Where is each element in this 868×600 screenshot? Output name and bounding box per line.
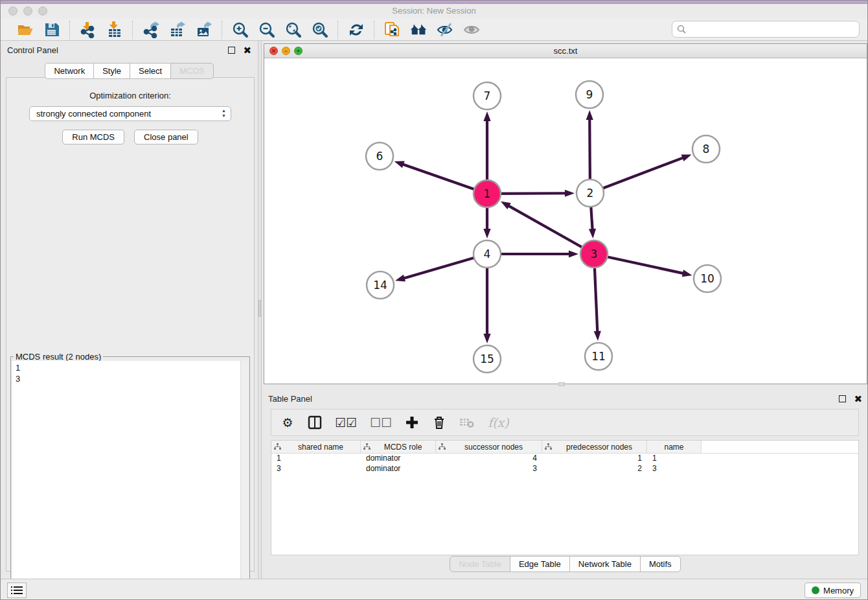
search-field[interactable]: [672, 21, 860, 38]
graph-node-label-4: 4: [484, 248, 491, 260]
float-table-panel-icon[interactable]: [839, 395, 846, 402]
column-header-mcds-role[interactable]: MCDS role: [361, 441, 436, 453]
cell-successor-nodes[interactable]: 3: [436, 464, 542, 474]
arrowhead-2-9: [586, 110, 593, 120]
import-network-icon[interactable]: [79, 21, 97, 38]
tab-motifs[interactable]: Motifs: [640, 556, 681, 572]
edge-2-8[interactable]: [590, 157, 683, 193]
network-view-window: ✕ − + scc.txt 7968124314101511: [264, 43, 867, 384]
gear-icon[interactable]: ⚙: [280, 415, 295, 430]
mcds-result-text[interactable]: 1 3: [12, 361, 240, 600]
table-panel-title: Table Panel: [268, 394, 312, 404]
tab-network-table[interactable]: Network Table: [569, 556, 641, 572]
column-header-name[interactable]: name: [647, 441, 702, 453]
network-graph[interactable]: 7968124314101511: [264, 58, 867, 384]
zoom-selected-icon[interactable]: [311, 21, 328, 38]
zoom-fit-icon[interactable]: [284, 21, 302, 38]
cell-shared-name[interactable]: 1: [271, 454, 361, 464]
cell-shared-name[interactable]: 3: [271, 464, 361, 474]
function-builder-icon: f(x): [488, 415, 509, 430]
result-scrollbar[interactable]: [240, 361, 248, 600]
close-panel-button[interactable]: Close panel: [134, 130, 198, 144]
column-header-successor-nodes[interactable]: successor nodes: [436, 441, 542, 453]
node-table-header: shared nameMCDS rolesuccessor nodesprede…: [271, 441, 858, 454]
window-titlebar: Session: New Session: [1, 4, 867, 19]
tab-edge-table[interactable]: Edge Table: [510, 556, 570, 572]
deselect-all-icon[interactable]: ☐☐: [370, 415, 392, 430]
cell-name[interactable]: 3: [647, 464, 702, 474]
node-table-body: 1dominator4113dominator323: [271, 454, 858, 474]
mcds-result-fieldset: MCDS result (2 nodes) 1 3: [10, 356, 250, 600]
tab-select[interactable]: Select: [130, 63, 171, 79]
criterion-select[interactable]: strongly connected component ▲▼: [29, 106, 231, 121]
memory-button[interactable]: Memory: [805, 583, 861, 598]
control-panel-title: Control Panel: [7, 45, 58, 55]
refresh-icon[interactable]: [347, 21, 365, 38]
tab-style[interactable]: Style: [93, 63, 130, 79]
arrowhead-3-1: [501, 202, 511, 209]
horizontal-splitter-handle[interactable]: [558, 382, 565, 386]
arrowhead-1-7: [483, 111, 490, 121]
import-table-icon[interactable]: [106, 21, 123, 38]
show-all-icon: [463, 21, 481, 38]
edge-3-1[interactable]: [508, 205, 594, 254]
cell-mcds-role[interactable]: dominator: [361, 464, 436, 474]
zoom-in-icon[interactable]: [231, 21, 249, 38]
graph-node-label-1: 1: [484, 187, 491, 200]
first-neighbors-icon[interactable]: [410, 21, 428, 38]
cell-predecessor-nodes[interactable]: 1: [542, 454, 647, 464]
arrowhead-1-2: [565, 190, 575, 197]
arrowhead-4-3: [569, 250, 578, 257]
add-column-icon[interactable]: [405, 415, 419, 430]
close-table-panel-icon[interactable]: ✖: [854, 395, 862, 402]
window-title: Session: New Session: [1, 6, 867, 16]
arrowhead-2-8: [681, 155, 692, 162]
select-stepper-icon: ▲▼: [222, 108, 226, 119]
table-row[interactable]: 1dominator411: [271, 454, 858, 464]
export-table-icon[interactable]: [168, 21, 186, 38]
float-panel-icon[interactable]: [228, 47, 235, 54]
memory-status-icon: [812, 586, 819, 594]
cell-predecessor-nodes[interactable]: 2: [542, 464, 647, 474]
arrowhead-2-3: [589, 229, 596, 238]
search-input[interactable]: [686, 23, 859, 36]
cell-name[interactable]: 1: [647, 454, 702, 464]
graph-node-label-8: 8: [703, 143, 710, 156]
table-tabs: Node TableEdge TableNetwork TableMotifs: [262, 556, 868, 572]
open-file-icon[interactable]: [16, 21, 34, 38]
optimization-criterion-label: Optimization criterion:: [6, 91, 254, 100]
clone-network-icon[interactable]: [383, 21, 401, 38]
export-network-icon[interactable]: [142, 21, 159, 38]
arrowhead-3-11: [594, 331, 601, 341]
run-mcds-button[interactable]: Run MCDS: [62, 130, 124, 144]
close-panel-icon[interactable]: ✖: [243, 47, 251, 54]
graph-node-label-11: 11: [591, 350, 606, 363]
control-panel: Control Panel ✖ NetworkStyleSelectMCDS O…: [1, 41, 258, 579]
mcds-result-title: MCDS result (2 nodes): [14, 352, 103, 362]
column-header-predecessor-nodes[interactable]: predecessor nodes: [542, 441, 647, 453]
export-image-icon[interactable]: [195, 21, 212, 38]
arrowhead-1-6: [394, 161, 405, 168]
cell-mcds-role[interactable]: dominator: [361, 454, 436, 464]
tab-node-table[interactable]: Node Table: [450, 556, 510, 572]
select-all-icon[interactable]: ☑☑: [335, 415, 357, 430]
splitter-handle[interactable]: [258, 300, 261, 317]
hide-selected-icon[interactable]: [437, 21, 454, 38]
node-table[interactable]: shared nameMCDS rolesuccessor nodesprede…: [271, 440, 859, 555]
zoom-out-icon[interactable]: [258, 21, 275, 38]
table-row[interactable]: 3dominator323: [271, 464, 858, 474]
cell-successor-nodes[interactable]: 4: [436, 454, 542, 464]
network-window-titlebar[interactable]: ✕ − + scc.txt: [264, 44, 867, 58]
arrowhead-4-14: [395, 275, 405, 282]
mcds-tab-content: Optimization criterion: strongly connect…: [6, 77, 255, 571]
graph-node-label-10: 10: [700, 272, 714, 285]
task-history-button[interactable]: [7, 583, 27, 598]
delete-column-icon[interactable]: [432, 415, 446, 430]
tab-network[interactable]: Network: [45, 63, 94, 79]
search-icon: [677, 25, 686, 34]
tab-mcds[interactable]: MCDS: [170, 63, 213, 79]
split-panel-icon[interactable]: [308, 415, 322, 430]
column-header-shared-name[interactable]: shared name: [271, 441, 361, 453]
save-session-icon[interactable]: [43, 21, 60, 38]
network-window-title: scc.txt: [264, 46, 867, 56]
